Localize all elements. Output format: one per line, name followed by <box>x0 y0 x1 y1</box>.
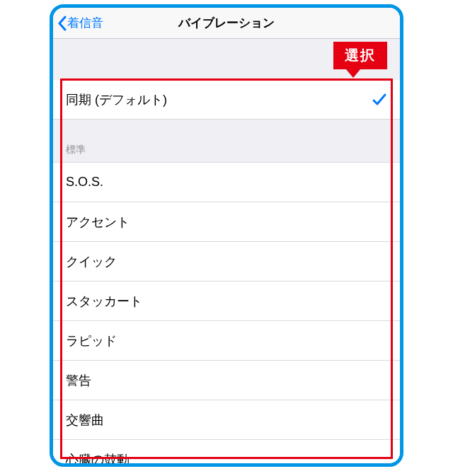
back-button[interactable]: 着信音 <box>53 15 103 31</box>
option-label: 同期 (デフォルト) <box>66 91 372 108</box>
option-label: クイック <box>66 253 387 270</box>
page-title: バイブレーション <box>53 15 400 31</box>
checkmark-icon <box>372 92 387 108</box>
callout: 選択 <box>333 42 387 78</box>
vibration-option[interactable]: クイック <box>53 242 400 281</box>
section-header-standard: 標準 <box>53 120 400 163</box>
callout-arrow-icon <box>346 69 360 78</box>
option-label: 交響曲 <box>66 412 387 429</box>
vibration-option[interactable]: アクセント <box>53 202 400 242</box>
callout-label: 選択 <box>333 42 387 69</box>
vibration-option[interactable]: 交響曲 <box>53 400 400 440</box>
vibration-option[interactable]: ラピッド <box>53 321 400 361</box>
option-label: 心臓の鼓動 <box>66 451 387 463</box>
device-frame: 着信音 バイブレーション 選択 同期 (デフォルト) 標準 S.O.S. アクセ… <box>50 4 403 467</box>
vibration-option-default[interactable]: 同期 (デフォルト) <box>53 80 400 120</box>
chevron-left-icon <box>57 16 67 31</box>
option-label: S.O.S. <box>66 175 387 190</box>
vibration-option[interactable]: S.O.S. <box>53 163 400 202</box>
content-scroll[interactable]: 同期 (デフォルト) 標準 S.O.S. アクセント クイック スタッカート ラ… <box>53 39 400 463</box>
vibration-option[interactable]: スタッカート <box>53 281 400 321</box>
option-label: スタッカート <box>66 293 387 310</box>
vibration-option[interactable]: 心臓の鼓動 <box>53 440 400 463</box>
nav-bar: 着信音 バイブレーション <box>53 8 400 39</box>
option-label: アクセント <box>66 214 387 231</box>
option-label: 警告 <box>66 372 387 389</box>
option-label: ラピッド <box>66 332 387 349</box>
vibration-option[interactable]: 警告 <box>53 361 400 400</box>
back-label: 着信音 <box>67 15 103 31</box>
